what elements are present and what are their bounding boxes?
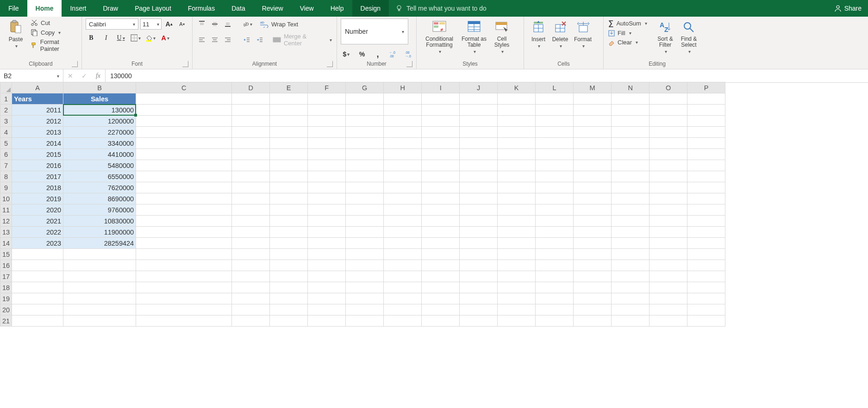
cell-N3[interactable] (612, 116, 649, 127)
cell-B6[interactable]: 4410000 (63, 149, 136, 160)
cell-J6[interactable] (460, 149, 498, 160)
cell-L9[interactable] (536, 182, 574, 193)
cell-B12[interactable]: 10830000 (63, 216, 136, 227)
cell-G16[interactable] (346, 260, 384, 271)
conditional-formatting-button[interactable]: ≠ Conditional Formatting▾ (420, 19, 458, 54)
increase-indent-button[interactable] (254, 34, 265, 45)
cell-D5[interactable] (232, 138, 270, 149)
cell-L7[interactable] (536, 160, 574, 171)
cell-I6[interactable] (422, 149, 460, 160)
cell-C13[interactable] (136, 227, 232, 238)
cell-P21[interactable] (687, 315, 725, 327)
row-header-7[interactable]: 7 (0, 160, 12, 171)
cell-M4[interactable] (574, 127, 612, 138)
align-right-button[interactable] (222, 34, 233, 45)
cell-F13[interactable] (308, 227, 346, 238)
cell-F18[interactable] (308, 282, 346, 293)
row-header-13[interactable]: 13 (0, 227, 12, 238)
decrease-font-button[interactable]: A▾ (176, 19, 187, 30)
cell-P4[interactable] (687, 127, 725, 138)
cell-E20[interactable] (270, 304, 308, 315)
cell-J13[interactable] (460, 227, 498, 238)
cell-A1[interactable]: Years (12, 93, 63, 105)
cell-E5[interactable] (270, 138, 308, 149)
cell-B19[interactable] (63, 293, 136, 304)
cell-L21[interactable] (536, 315, 574, 327)
tab-formulas[interactable]: Formulas (180, 0, 223, 17)
cell-N12[interactable] (612, 216, 649, 227)
cell-D15[interactable] (232, 249, 270, 260)
cell-L13[interactable] (536, 227, 574, 238)
cell-A10[interactable]: 2019 (12, 193, 63, 204)
cell-O21[interactable] (649, 315, 687, 327)
cell-G18[interactable] (346, 282, 384, 293)
tab-data[interactable]: Data (223, 0, 254, 17)
row-header-8[interactable]: 8 (0, 171, 12, 182)
column-header-M[interactable]: M (574, 82, 612, 93)
cell-O6[interactable] (649, 149, 687, 160)
cell-K17[interactable] (498, 271, 536, 282)
row-header-5[interactable]: 5 (0, 138, 12, 149)
decrease-indent-button[interactable] (241, 34, 252, 45)
cell-H6[interactable] (384, 149, 422, 160)
cell-F16[interactable] (308, 260, 346, 271)
cell-B7[interactable]: 5480000 (63, 160, 136, 171)
fill-color-button[interactable]: ▾ (145, 32, 156, 43)
cell-H14[interactable] (384, 238, 422, 249)
cell-A14[interactable]: 2023 (12, 238, 63, 249)
cell-I14[interactable] (422, 238, 460, 249)
row-header-2[interactable]: 2 (0, 105, 12, 116)
cell-K20[interactable] (498, 304, 536, 315)
tab-draw[interactable]: Draw (94, 0, 126, 17)
cell-I4[interactable] (422, 127, 460, 138)
cell-F12[interactable] (308, 216, 346, 227)
cell-B8[interactable]: 6550000 (63, 171, 136, 182)
cell-A8[interactable]: 2017 (12, 171, 63, 182)
cell-M9[interactable] (574, 182, 612, 193)
cell-P16[interactable] (687, 260, 725, 271)
cell-J2[interactable] (460, 105, 498, 116)
cell-N20[interactable] (612, 304, 649, 315)
cell-H18[interactable] (384, 282, 422, 293)
cell-E9[interactable] (270, 182, 308, 193)
cell-P1[interactable] (687, 93, 725, 105)
cell-E2[interactable] (270, 105, 308, 116)
cell-D13[interactable] (232, 227, 270, 238)
cell-K7[interactable] (498, 160, 536, 171)
cell-H7[interactable] (384, 160, 422, 171)
tab-design[interactable]: Design (352, 0, 389, 17)
cell-F17[interactable] (308, 271, 346, 282)
cell-J21[interactable] (460, 315, 498, 327)
cell-A15[interactable] (12, 249, 63, 260)
cell-I9[interactable] (422, 182, 460, 193)
cell-L6[interactable] (536, 149, 574, 160)
cell-L3[interactable] (536, 116, 574, 127)
cell-N16[interactable] (612, 260, 649, 271)
row-header-9[interactable]: 9 (0, 182, 12, 193)
cell-L11[interactable] (536, 204, 574, 216)
cell-K2[interactable] (498, 105, 536, 116)
spreadsheet-grid[interactable]: ABCDEFGHIJKLMNOP 1YearsSales220111300003… (0, 82, 725, 327)
cell-B1[interactable]: Sales (63, 93, 136, 105)
cell-B16[interactable] (63, 260, 136, 271)
cell-O18[interactable] (649, 282, 687, 293)
cell-M18[interactable] (574, 282, 612, 293)
cell-G17[interactable] (346, 271, 384, 282)
cell-M10[interactable] (574, 193, 612, 204)
cell-D9[interactable] (232, 182, 270, 193)
cell-M1[interactable] (574, 93, 612, 105)
increase-decimal-button[interactable]: ←.0.00 (388, 49, 399, 60)
cell-L1[interactable] (536, 93, 574, 105)
cell-B21[interactable] (63, 315, 136, 327)
cell-D11[interactable] (232, 204, 270, 216)
cell-D7[interactable] (232, 160, 270, 171)
fx-button[interactable]: fx (91, 72, 105, 80)
format-painter-button[interactable]: Format Painter (30, 38, 78, 53)
font-size-select[interactable]: 11▾ (140, 19, 162, 30)
cell-C21[interactable] (136, 315, 232, 327)
cell-E11[interactable] (270, 204, 308, 216)
cell-H8[interactable] (384, 171, 422, 182)
cell-P7[interactable] (687, 160, 725, 171)
cell-N8[interactable] (612, 171, 649, 182)
cell-O20[interactable] (649, 304, 687, 315)
